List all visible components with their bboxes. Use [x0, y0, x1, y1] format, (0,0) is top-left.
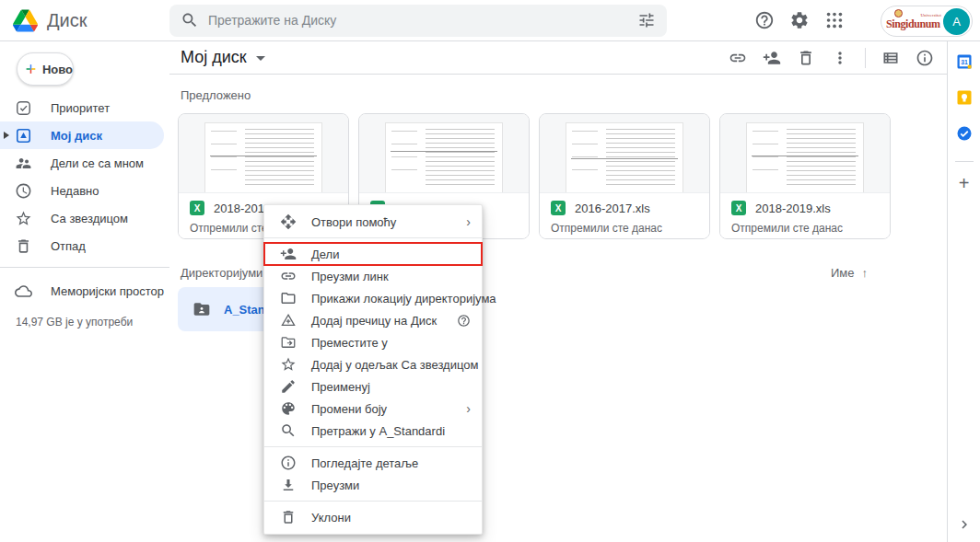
sidebar-item-recent[interactable]: Недавно: [0, 177, 169, 204]
menu-item-add-shortcut[interactable]: Додај пречицу на Диск: [264, 309, 482, 331]
sidebar-item-label: Отпад: [51, 239, 86, 253]
star-icon: [15, 210, 32, 227]
avatar[interactable]: A: [943, 8, 970, 35]
account-area[interactable]: Univerzitet Singidunum A: [881, 6, 973, 37]
menu-item-label: Уклони: [311, 511, 471, 525]
app-title: Диск: [47, 10, 87, 31]
more-actions-icon[interactable]: [831, 49, 849, 67]
folders-section-label: Директоријуми: [181, 266, 262, 280]
file-thumbnail: [720, 114, 890, 192]
sidebar-item-label: Са звездицом: [51, 212, 128, 225]
menu-divider: [264, 501, 482, 502]
sidebar-item-storage[interactable]: Меморијски простор: [0, 277, 169, 305]
palette-icon: [280, 400, 297, 417]
info-icon: [280, 455, 297, 471]
sidebar-item-starred[interactable]: Са звездицом: [0, 204, 169, 232]
details-info-icon[interactable]: [916, 49, 934, 67]
file-card[interactable]: X 2016-2017.xls Отпремили сте данас: [539, 113, 710, 239]
menu-divider: [264, 446, 482, 447]
menu-item-rename[interactable]: Преименуј: [264, 375, 482, 398]
excel-file-icon: X: [190, 201, 204, 215]
search-options-icon[interactable]: [637, 11, 656, 29]
list-view-icon[interactable]: [881, 49, 900, 67]
suggested-section-label: Предложено: [181, 88, 251, 102]
menu-item-label: Преименуј: [311, 380, 471, 394]
top-bar: Диск Univerzitet Singidunum: [0, 0, 980, 41]
main-header: Мој диск: [169, 41, 947, 75]
file-thumbnail: [540, 114, 709, 192]
file-card[interactable]: X 2018-2019.xls Отпремили сте данас: [719, 113, 891, 239]
menu-item-move-to[interactable]: Преместите у: [264, 331, 482, 353]
drive-brand[interactable]: Диск: [0, 9, 169, 32]
file-subtitle: Отпремили сте данас: [731, 222, 879, 235]
menu-item-show-location[interactable]: Прикажи локацију директоријума: [264, 287, 482, 309]
search-input[interactable]: [208, 13, 637, 28]
clock-icon: [15, 182, 32, 200]
menu-item-share[interactable]: Дели: [264, 243, 482, 265]
open-with-icon: [280, 213, 297, 230]
sidebar-item-label: Дели се са мном: [51, 156, 144, 170]
singidunum-logo: Univerzitet Singidunum: [886, 7, 941, 35]
search-icon: [280, 422, 297, 439]
menu-item-get-link[interactable]: Преузми линк: [264, 265, 482, 287]
link-icon: [280, 268, 297, 284]
collapse-chevron-icon[interactable]: [956, 516, 973, 533]
excel-file-icon: X: [731, 201, 746, 215]
right-side-panel: 31 +: [947, 41, 980, 542]
menu-item-label: Погледајте детаље: [311, 456, 471, 470]
new-button-label: Ново: [42, 63, 73, 76]
sidebar-item-label: Недавно: [51, 184, 99, 198]
menu-item-label: Преузми линк: [311, 270, 471, 283]
menu-item-add-to-starred[interactable]: Додај у одељак Са звездицом: [264, 353, 482, 375]
excel-file-icon: X: [551, 201, 566, 215]
menu-item-label: Промени боју: [311, 402, 466, 416]
svg-text:31: 31: [961, 59, 968, 65]
add-to-drive-icon: [280, 312, 297, 329]
sort-label[interactable]: Име: [831, 266, 855, 280]
menu-item-search-within[interactable]: Претражи у A_Standardi: [264, 420, 482, 442]
sidebar-item-my-drive[interactable]: Мој диск: [0, 121, 164, 149]
file-name: 2018-2019.xls: [755, 202, 831, 215]
keep-icon[interactable]: [956, 89, 973, 106]
settings-gear-icon[interactable]: [789, 10, 810, 30]
shared-people-icon: [15, 155, 32, 172]
help-icon[interactable]: [457, 314, 471, 328]
sidebar-item-shared-with-me[interactable]: Дели се са мном: [0, 149, 169, 177]
share-person-add-icon[interactable]: [763, 49, 781, 67]
menu-item-label: Преместите у: [311, 336, 471, 350]
storage-usage-text: 14,97 GB је у употреби: [0, 316, 169, 329]
menu-item-view-details[interactable]: Погледајте детаље: [264, 452, 482, 474]
menu-item-change-color[interactable]: Промени боју ›: [264, 398, 482, 420]
trash-icon: [15, 237, 32, 255]
sort-control[interactable]: Име ↑: [831, 266, 868, 280]
selection-toolbar: [729, 48, 934, 68]
expand-arrow-icon[interactable]: [4, 132, 9, 139]
menu-item-download[interactable]: Преузми: [264, 474, 482, 496]
breadcrumb[interactable]: Мој диск: [181, 48, 265, 67]
trash-icon: [280, 509, 297, 525]
tasks-icon[interactable]: [956, 125, 973, 142]
submenu-chevron-icon: ›: [466, 214, 471, 229]
menu-item-label: Прикажи локацију директоријума: [311, 292, 496, 306]
get-link-icon[interactable]: [729, 49, 747, 67]
sort-arrow-up-icon[interactable]: ↑: [862, 266, 869, 280]
chevron-down-icon[interactable]: [256, 56, 265, 61]
new-button[interactable]: Ново: [17, 52, 74, 86]
search-bar[interactable]: [169, 5, 667, 37]
apps-grid-icon[interactable]: [824, 10, 845, 30]
menu-item-label: Дели: [311, 248, 471, 261]
drive-logo-icon: [13, 9, 38, 32]
sidebar-item-trash[interactable]: Отпад: [0, 232, 169, 259]
help-icon[interactable]: [754, 10, 775, 30]
sidebar-item-priority[interactable]: Приоритет: [0, 94, 169, 121]
sidebar-item-label: Меморијски простор: [51, 284, 164, 298]
menu-item-open-with[interactable]: Отвори помоћу ›: [264, 211, 482, 233]
cloud-icon: [15, 283, 32, 300]
menu-item-remove[interactable]: Уклони: [264, 506, 482, 528]
add-addon-plus-icon[interactable]: +: [959, 175, 970, 191]
delete-icon[interactable]: [797, 49, 815, 67]
sidebar-item-label: Мој диск: [51, 129, 102, 143]
search-icon[interactable]: [181, 11, 199, 29]
person-add-icon: [280, 246, 297, 262]
calendar-icon[interactable]: 31: [956, 53, 973, 70]
